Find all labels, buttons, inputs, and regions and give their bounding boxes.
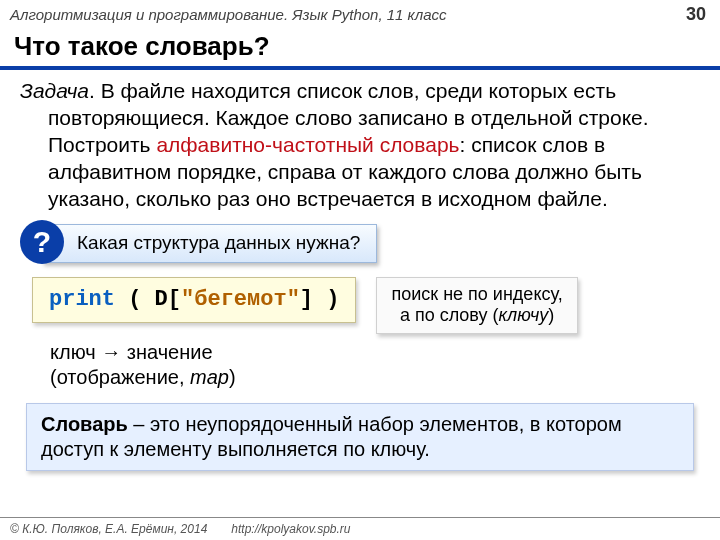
task-label: Задача	[20, 79, 89, 102]
map-note: ключ → значение (отображение, map)	[50, 340, 700, 391]
code-after-str: ] )	[300, 287, 340, 312]
side-note-line1: поиск не по индексу,	[391, 284, 562, 306]
slide-title: Что такое словарь?	[0, 27, 720, 70]
question-text: Какая структура данных нужна?	[42, 224, 377, 262]
definition-rest: – это неупорядоченный набор элементов, в…	[41, 413, 622, 460]
slide-number: 30	[686, 4, 706, 25]
map-note-line2: (отображение, map)	[50, 365, 700, 391]
footer-copyright: © К.Ю. Поляков, Е.А. Ерёмин, 2014	[10, 522, 207, 536]
course-name: Алгоритмизация и программирование. Язык …	[10, 6, 447, 23]
side-note-line2: а по слову (ключу)	[391, 305, 562, 327]
definition-box: Словарь – это неупорядоченный набор элем…	[26, 403, 694, 471]
code-keyword-print: print	[49, 287, 115, 312]
task-paragraph: Задача. В файле находится список слов, с…	[20, 78, 700, 212]
code-before-str: ( D[	[115, 287, 181, 312]
slide-content: Задача. В файле находится список слов, с…	[0, 78, 720, 471]
code-string-literal: "бегемот"	[181, 287, 300, 312]
task-emphasis: алфавитно-частотный словарь	[156, 133, 459, 156]
slide-footer: © К.Ю. Поляков, Е.А. Ерёмин, 2014 http:/…	[0, 517, 720, 540]
side-note: поиск не по индексу, а по слову (ключу)	[376, 277, 577, 334]
code-example: print ( D["бегемот"] )	[32, 277, 356, 323]
slide-header: Алгоритмизация и программирование. Язык …	[0, 0, 720, 27]
footer-url: http://kpolyakov.spb.ru	[231, 522, 350, 536]
map-note-line1: ключ → значение	[50, 340, 700, 366]
code-row: print ( D["бегемот"] ) поиск не по индек…	[32, 277, 700, 334]
definition-term: Словарь	[41, 413, 128, 435]
question-callout: ? Какая структура данных нужна?	[20, 224, 700, 262]
